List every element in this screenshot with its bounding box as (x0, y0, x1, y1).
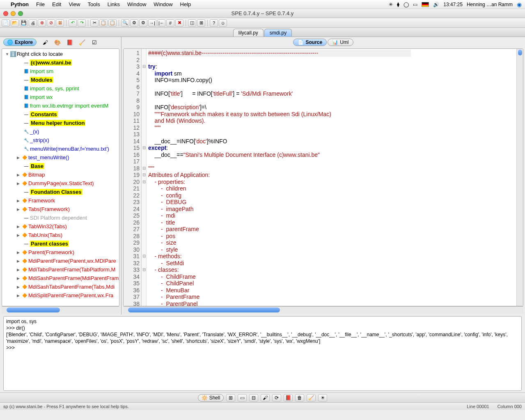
tree-item[interactable]: ▶🔶Parent(Framework) (2, 248, 119, 257)
tree-item[interactable]: ▶🔶TabUnix(Tabs) (2, 231, 119, 239)
volume-icon[interactable]: 🔊 (433, 2, 439, 7)
tree-collapse-icon[interactable]: ▼ (5, 52, 9, 56)
tree-item[interactable]: ▶🔶Framework (2, 196, 119, 205)
tree-item[interactable]: ▶🔶TabWin32(Tabs) (2, 222, 119, 231)
code-editor[interactable]: 1234567891011121314151617181920212223242… (123, 48, 523, 306)
layout2-button[interactable]: ⊞ (197, 19, 205, 27)
tree-item[interactable]: 📘import sm (2, 67, 119, 76)
menu-tools[interactable]: Tools (87, 1, 100, 7)
tree-hscroll-thumb[interactable] (7, 308, 60, 312)
tree-item[interactable]: ▶🔶MdiSashParentFrame(MdiParentFram (2, 274, 119, 282)
tool7-button[interactable]: 🗑 (295, 394, 304, 402)
paste-button[interactable]: 📋 (108, 19, 117, 27)
new-file-button[interactable]: 📄 (2, 19, 10, 27)
book-icon[interactable]: 📕 (66, 39, 73, 45)
tree-expand-icon[interactable]: ▶ (17, 250, 21, 255)
menu-window[interactable]: Window (127, 1, 146, 7)
tree-item[interactable]: —Menu helper function (2, 119, 119, 127)
menu-app[interactable]: Python (11, 1, 29, 7)
menu-links[interactable]: Links (108, 1, 120, 7)
tree-hscroll[interactable] (2, 306, 119, 314)
tree-item[interactable]: 🔧menuWrite(menuBar,f='menu.txt') (2, 145, 119, 153)
menu-edit[interactable]: Edit (52, 1, 61, 7)
tree-expand-icon[interactable]: ▶ (17, 199, 21, 203)
debug-button[interactable]: ⚙ (139, 19, 147, 27)
minimize-button[interactable] (11, 11, 16, 16)
tree-item[interactable]: ▶🔶MdiSplitParentFrame(Parent,wx.Fra (2, 291, 119, 300)
spotlight-icon[interactable]: ◉ (517, 1, 522, 8)
brush-icon[interactable]: 🖌 (41, 39, 49, 45)
tree-expand-icon[interactable]: ▶ (17, 268, 21, 272)
tree-item[interactable]: ▶🔶test_menuWrite() (2, 153, 119, 162)
tool1-button[interactable]: ⊞ (226, 394, 235, 402)
editor-vscroll[interactable] (516, 49, 523, 306)
shell-console[interactable]: import os, sys>>> dir()['Blender', 'Chil… (3, 316, 522, 391)
tree-item[interactable]: —Parent classes (2, 239, 119, 248)
shell-tab[interactable]: 🔆 Shell (198, 394, 224, 402)
menu-window[interactable]: Window (154, 1, 172, 7)
redo-button[interactable]: ↷ (78, 19, 86, 27)
view-tab-uml[interactable]: 📊Uml (328, 39, 353, 46)
tree-item[interactable]: —Foundation Classes (2, 188, 119, 196)
menuextra-icon[interactable]: ✳ (389, 2, 393, 7)
print-button[interactable]: 🖨 (29, 19, 37, 27)
run-button[interactable]: ⚙ (130, 19, 138, 27)
menu-file[interactable]: File (36, 1, 45, 7)
tree-item[interactable]: 🔧_(x) (2, 127, 119, 136)
tool9-button[interactable]: ☀ (318, 394, 327, 402)
stop-button[interactable]: ⊘ (47, 19, 55, 27)
help-button[interactable]: ? (210, 19, 218, 27)
find-button[interactable]: 🔍 (121, 19, 129, 27)
eraser-icon[interactable]: 🧹 (78, 39, 86, 45)
bluetooth-icon[interactable]: ⧫ (397, 2, 399, 7)
battery-icon[interactable]: ◯ (403, 2, 409, 7)
clock[interactable]: 13:47:25 (443, 2, 463, 7)
editor-vscroll-thumb[interactable] (518, 50, 522, 55)
open-file-button[interactable]: 📂 (11, 19, 19, 27)
tree-item[interactable]: ▶🔶MdiParentFrame(Parent,wx.MDIPare (2, 257, 119, 265)
view-tab-source[interactable]: 📄Source (293, 39, 327, 46)
check-icon[interactable]: ☑ (91, 39, 98, 45)
close-button[interactable] (3, 11, 8, 16)
editor-hscroll[interactable] (123, 306, 523, 314)
tree-expand-icon[interactable]: ▶ (17, 259, 21, 263)
tree-item[interactable]: 📘import wx (2, 93, 119, 101)
tool2-button[interactable]: ▭ (238, 394, 247, 402)
uncomment-button[interactable]: ✖ (175, 19, 183, 27)
tool5-button[interactable]: ⟳ (272, 394, 281, 402)
zoom-button[interactable] (18, 11, 23, 16)
exit-button[interactable]: ⊠ (56, 19, 64, 27)
tool3-button[interactable]: ⊟ (249, 394, 258, 402)
close-file-button[interactable]: ⊗ (38, 19, 46, 27)
file-tab-smdi-py[interactable]: smdi.py (264, 29, 292, 37)
tree-item[interactable]: —(c)www.stani.be (2, 58, 119, 67)
explore-tab[interactable]: 🌐 Explore (3, 39, 37, 46)
save-button[interactable]: 💾 (20, 19, 28, 27)
tree-item[interactable]: ▶🔶MdiTabsParentFrame(TabPlatform,M (2, 265, 119, 274)
palette-icon[interactable]: 🎨 (54, 39, 61, 45)
tree-expand-icon[interactable]: ▶ (17, 225, 21, 229)
comment-button[interactable]: # (166, 19, 174, 27)
tree-item[interactable]: —Modules (2, 76, 119, 84)
tree-item[interactable]: 🔧_strip(x) (2, 136, 119, 145)
tree-expand-icon[interactable]: ▶ (17, 173, 21, 177)
tree-item[interactable]: ▶🔶Bitmap (2, 170, 119, 179)
copy-button[interactable]: 📋 (99, 19, 108, 27)
tree-expand-icon[interactable]: ▶ (17, 207, 21, 211)
tree-expand-icon[interactable]: ▶ (17, 285, 21, 289)
tree-expand-icon[interactable]: ▶ (17, 181, 21, 186)
tree-item[interactable]: —Constants (2, 110, 119, 119)
tree-item[interactable]: 📘import os, sys, pprint (2, 84, 119, 93)
user-menu[interactable]: Henning …an Ramm (467, 2, 513, 7)
cut-button[interactable]: ✂ (90, 19, 99, 27)
editor-hscroll-thumb[interactable] (128, 308, 280, 312)
tree-expand-icon[interactable]: ▶ (17, 294, 21, 298)
smiley-button[interactable]: ☺ (219, 19, 227, 27)
tool8-button[interactable]: 🧹 (307, 394, 316, 402)
tool6-button[interactable]: 📕 (284, 394, 293, 402)
menu-view[interactable]: View (69, 1, 80, 7)
flag-de-icon[interactable] (422, 2, 429, 7)
tree-expand-icon[interactable]: ▶ (17, 233, 21, 237)
tree-expand-icon[interactable]: ▶ (17, 156, 21, 160)
tree-item[interactable]: —SDI Platform dependent (2, 213, 119, 222)
